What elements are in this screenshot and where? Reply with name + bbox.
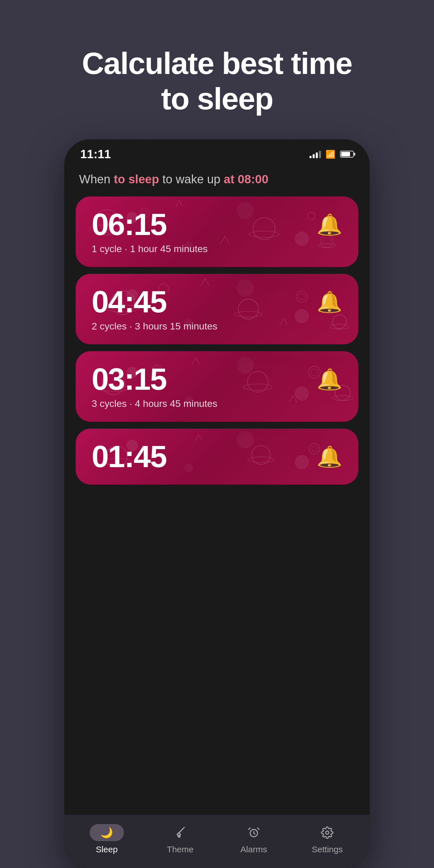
nav-icon-settings-wrap <box>313 824 341 841</box>
sleep-cards-container: 06:15 🔔 1 cycle · 1 hour 45 minutes <box>64 196 370 815</box>
nav-item-settings[interactable]: Settings <box>291 824 364 854</box>
bottom-nav: 🌙 Sleep Theme <box>64 815 370 868</box>
card-1-time-row: 06:15 🔔 <box>92 209 342 240</box>
battery-icon <box>340 151 354 158</box>
card-3-time: 03:15 <box>92 364 166 395</box>
card-2-subtitle: 2 cycles · 3 hours 15 minutes <box>92 321 342 332</box>
brush-icon <box>174 826 186 839</box>
nav-icon-alarms-wrap <box>240 824 268 841</box>
status-icons: 📶 <box>310 150 354 159</box>
wifi-icon: 📶 <box>326 150 336 159</box>
nav-item-sleep[interactable]: 🌙 Sleep <box>70 824 144 854</box>
card-2-time: 04:45 <box>92 286 166 317</box>
wake-up-text: When to sleep to wake up at 08:00 <box>64 165 370 196</box>
nav-label-theme: Theme <box>167 845 194 854</box>
nav-item-alarms[interactable]: Alarms <box>217 824 291 854</box>
card-4-time-row: 01:45 🔔 <box>92 441 342 472</box>
card-3-subtitle: 3 cycles · 4 hours 45 minutes <box>92 398 342 409</box>
sleep-card-2[interactable]: 04:45 🔔 2 cycles · 3 hours 15 minutes <box>76 274 358 344</box>
sleep-card-4[interactable]: 01:45 🔔 <box>76 429 358 485</box>
page-title: Calculate best time to sleep <box>59 46 375 117</box>
sleep-card-1[interactable]: 06:15 🔔 1 cycle · 1 hour 45 minutes <box>76 196 358 267</box>
signal-bars-icon <box>310 150 321 158</box>
bell-icon-1[interactable]: 🔔 <box>317 212 342 237</box>
bell-icon-3[interactable]: 🔔 <box>317 367 342 392</box>
svg-line-38 <box>248 828 250 830</box>
card-1-time: 06:15 <box>92 209 166 240</box>
moon-icon: 🌙 <box>100 827 113 839</box>
alarm-icon <box>248 826 260 839</box>
card-2-time-row: 04:45 🔔 <box>92 286 342 317</box>
bell-icon-2[interactable]: 🔔 <box>317 290 342 314</box>
gear-icon <box>321 826 334 839</box>
svg-point-40 <box>326 831 329 834</box>
nav-icon-sleep-wrap: 🌙 <box>90 824 124 841</box>
nav-label-settings: Settings <box>312 845 343 854</box>
card-3-time-row: 03:15 🔔 <box>92 364 342 395</box>
phone-frame: 11:11 📶 When to sleep to wake up at 08:0… <box>64 140 370 868</box>
status-time: 11:11 <box>80 147 111 161</box>
card-4-time: 01:45 <box>92 441 166 472</box>
nav-icon-theme-wrap <box>166 824 194 841</box>
time-highlight: at 08:00 <box>224 173 269 186</box>
svg-line-39 <box>257 828 259 830</box>
sleep-card-3[interactable]: 03:15 🔔 3 cycles · 4 hours 45 minutes <box>76 351 358 422</box>
status-bar: 11:11 📶 <box>64 140 370 165</box>
sleep-highlight: to sleep <box>114 173 159 186</box>
nav-label-sleep: Sleep <box>96 845 118 854</box>
bell-icon-4[interactable]: 🔔 <box>317 444 342 469</box>
nav-item-theme[interactable]: Theme <box>144 824 217 854</box>
nav-label-alarms: Alarms <box>240 845 267 854</box>
card-1-subtitle: 1 cycle · 1 hour 45 minutes <box>92 243 342 254</box>
